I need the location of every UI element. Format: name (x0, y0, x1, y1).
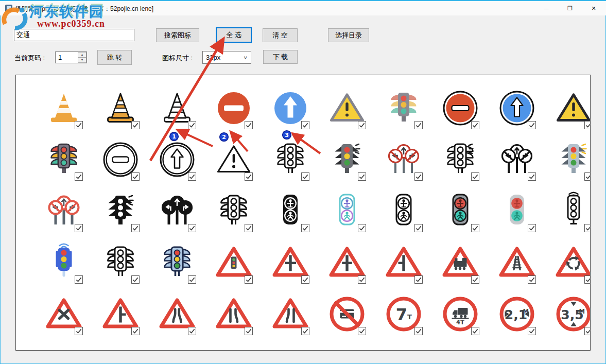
icon-checkbox[interactable] (188, 224, 196, 232)
search-input[interactable] (14, 29, 134, 41)
traffic-light-hoods-color-icon[interactable] (36, 134, 92, 185)
arrow-up-sign-line-icon[interactable] (149, 134, 205, 185)
traffic-light-hoods-line-icon[interactable] (262, 134, 319, 185)
icon-checkbox[interactable] (471, 327, 479, 335)
sign-crossroads-2-icon[interactable] (319, 237, 375, 288)
icon-checkbox[interactable] (131, 172, 140, 181)
icon-checkbox[interactable] (131, 121, 140, 129)
traffic-light-signal-line-icon[interactable] (432, 134, 489, 185)
close-button[interactable]: ✕ (582, 1, 605, 16)
traffic-light-line-2-icon[interactable] (92, 237, 149, 288)
icon-checkbox[interactable] (131, 224, 140, 232)
sign-road-narrows-left-icon[interactable] (262, 288, 319, 340)
sign-height-limit-3-5m-icon[interactable]: 3,5M (545, 288, 591, 340)
icon-checkbox[interactable] (471, 224, 479, 232)
traffic-cone-outline-icon[interactable] (92, 82, 149, 134)
icon-checkbox[interactable] (245, 224, 253, 232)
icon-checkbox[interactable] (75, 327, 83, 335)
no-entry-outline-icon[interactable] (432, 82, 489, 134)
sign-road-narrows-right-icon[interactable] (205, 288, 262, 340)
icon-checkbox[interactable] (358, 121, 366, 129)
clear-button[interactable]: 清 空 (263, 28, 298, 42)
traffic-light-solid-icon[interactable] (92, 185, 149, 237)
arrow-up-sign-outline-icon[interactable] (489, 82, 545, 134)
icon-checkbox[interactable] (528, 172, 536, 181)
sign-weight-limit-7t-icon[interactable]: 7T (375, 288, 432, 340)
warning-triangle-line-icon[interactable] (205, 134, 262, 185)
icon-checkbox[interactable] (414, 224, 423, 232)
icon-checkbox[interactable] (188, 121, 196, 129)
minimize-button[interactable]: — (534, 1, 558, 16)
icon-checkbox[interactable] (188, 275, 196, 284)
traffic-cone-line-icon[interactable] (149, 82, 205, 134)
no-entry-line-icon[interactable] (92, 134, 149, 185)
turn-signs-solid-icon[interactable] (149, 185, 205, 237)
sign-crossroads-icon[interactable] (262, 237, 319, 288)
sign-width-limit-2-1m-icon[interactable]: 2,1M (489, 288, 545, 340)
icon-checkbox[interactable] (301, 172, 309, 181)
traffic-light-signal-flat-icon[interactable] (319, 134, 375, 185)
turn-signs-color-icon[interactable] (375, 134, 432, 185)
icon-checkbox[interactable] (75, 275, 83, 284)
stepper-down-button[interactable]: ▼ (78, 58, 86, 63)
icon-checkbox[interactable] (471, 121, 479, 129)
sign-crossroads-x-icon[interactable] (36, 288, 92, 340)
icon-checkbox[interactable] (188, 327, 196, 335)
icon-size-select[interactable]: 32px ˅ (202, 51, 251, 64)
icon-checkbox[interactable] (245, 327, 253, 335)
sign-railway-tracks-icon[interactable] (489, 237, 545, 288)
sign-roundabout-icon[interactable] (545, 237, 591, 288)
icon-checkbox[interactable] (471, 172, 479, 181)
icon-checkbox[interactable] (471, 275, 479, 284)
sign-side-road-left-icon[interactable] (375, 237, 432, 288)
no-entry-flat-icon[interactable] (205, 82, 262, 134)
pedestrian-signal-gradient-icon[interactable] (319, 185, 375, 237)
traffic-light-hoods-flat-icon[interactable] (375, 82, 432, 134)
icon-checkbox[interactable] (414, 275, 423, 284)
icon-checkbox[interactable] (584, 275, 591, 284)
pedestrian-signal-flat-icon[interactable] (489, 185, 545, 237)
icon-checkbox[interactable] (301, 121, 309, 129)
icon-checkbox[interactable] (75, 172, 83, 181)
sign-road-narrows-icon[interactable] (149, 288, 205, 340)
smart-traffic-light-blue-icon[interactable] (36, 237, 92, 288)
icon-checkbox[interactable] (414, 172, 423, 181)
icon-checkbox[interactable] (358, 224, 366, 232)
page-number-stepper[interactable]: 1 ▲ ▼ (55, 51, 87, 63)
icon-checkbox[interactable] (245, 275, 253, 284)
traffic-cone-flat-icon[interactable] (36, 82, 92, 134)
pedestrian-signal-line-icon[interactable] (375, 185, 432, 237)
warning-triangle-flat-icon[interactable] (319, 82, 375, 134)
icon-checkbox[interactable] (584, 224, 591, 232)
download-button[interactable]: 下 载 (263, 50, 298, 64)
icon-checkbox[interactable] (188, 172, 196, 181)
icon-checkbox[interactable] (528, 121, 536, 129)
smart-traffic-light-line-icon[interactable] (545, 185, 591, 237)
icon-checkbox[interactable] (414, 327, 423, 335)
icon-checkbox[interactable] (528, 224, 536, 232)
sign-traffic-light-ahead-icon[interactable] (205, 237, 262, 288)
sign-side-road-right-icon[interactable] (92, 288, 149, 340)
search-icons-button[interactable]: 搜索图标 (156, 28, 199, 42)
icon-checkbox[interactable] (301, 327, 309, 335)
icon-checkbox[interactable] (358, 275, 366, 284)
traffic-light-signal-blue-icon[interactable] (545, 134, 591, 185)
icon-checkbox[interactable] (414, 121, 423, 129)
icon-checkbox[interactable] (245, 172, 253, 181)
jump-button[interactable]: 跳 转 (97, 50, 132, 65)
icon-checkbox[interactable] (358, 327, 366, 335)
turn-signs-red-icon[interactable] (36, 185, 92, 237)
select-all-button[interactable]: 全 选 (216, 27, 252, 43)
stepper-up-button[interactable]: ▲ (78, 52, 86, 58)
warning-triangle-outline-icon[interactable] (545, 82, 591, 134)
icon-checkbox[interactable] (584, 172, 591, 181)
icon-checkbox[interactable] (528, 327, 536, 335)
choose-directory-button[interactable]: 选择目录 (328, 28, 369, 42)
maximize-button[interactable]: ❐ (558, 1, 582, 16)
icon-checkbox[interactable] (75, 224, 83, 232)
icon-checkbox[interactable] (584, 327, 591, 335)
icon-checkbox[interactable] (131, 275, 140, 284)
traffic-light-color-outline-icon[interactable] (149, 237, 205, 288)
icon-checkbox[interactable] (301, 224, 309, 232)
sign-no-toll-cards-icon[interactable] (319, 288, 375, 340)
